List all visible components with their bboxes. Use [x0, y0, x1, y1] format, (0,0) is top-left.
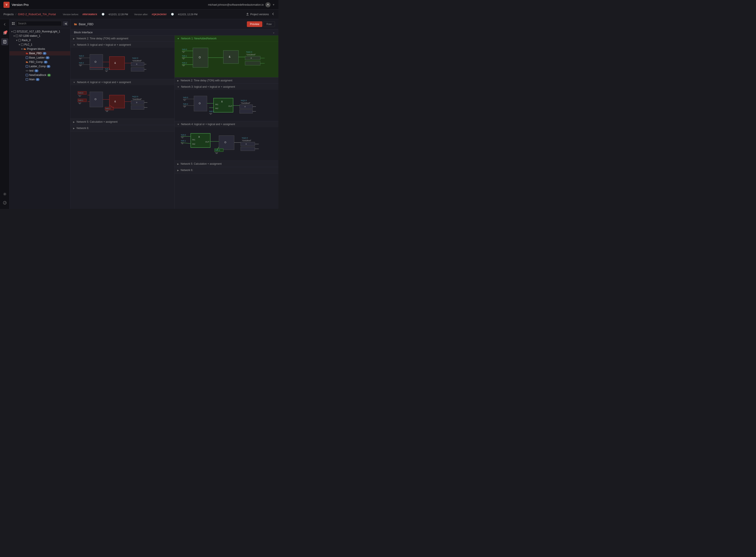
tree-item-base-fbd[interactable]: Base_FBD M: [9, 51, 70, 56]
tree-grid-icon: [12, 22, 15, 25]
folder-icon: [24, 48, 26, 50]
fbd-diagram-net4-right: %I0.0 "I1" %I0.1 "I2" X IN1 IN2 OUT: [177, 129, 276, 158]
tree-item-new-data-block[interactable]: NewDataBlock A: [9, 73, 70, 77]
svg-rect-15: [26, 57, 28, 59]
version-before-hash: #RNYAMNVX: [83, 13, 97, 16]
network-4-left-body: %I0.0 "I1" %I0.1 "I2" O &: [70, 85, 175, 119]
file-tree: ▼ S71211C_V17_LED_RunningLight_1 ▼ S7-12…: [9, 28, 70, 83]
svg-text:O: O: [199, 56, 201, 59]
title-net4-right: Network 4: logical or + logical and + as…: [181, 123, 235, 126]
network-4-left-header[interactable]: ▼ Network 4: logical or + logical and + …: [70, 79, 175, 85]
tree-item-test[interactable]: <> test M: [9, 68, 70, 73]
svg-text:%Q2.0: %Q2.0: [246, 51, 252, 53]
content-header: Base_FBD Preview Raw: [70, 19, 278, 29]
caret-net2-right: ▶: [177, 80, 179, 82]
tree-item-rack[interactable]: ▼ Rack_0: [9, 38, 70, 42]
tree-item-ladder-comp[interactable]: Ladder_Comp M: [9, 64, 70, 68]
tree-item-fbd-comp[interactable]: FBD_Comp M: [9, 60, 70, 64]
caret-net3-left: ▼: [73, 44, 75, 46]
content-area: Base_FBD Preview Raw Block Interface ⌄ ▶…: [70, 19, 278, 209]
block-interface-chevron[interactable]: ⌄: [273, 31, 275, 34]
svg-rect-17: [26, 74, 28, 76]
svg-text:=: =: [136, 63, 138, 65]
tree-item-plc[interactable]: ▼ PLC_1: [9, 42, 70, 47]
collapse-panel-button[interactable]: ◀: [63, 21, 68, 26]
project-versions-button[interactable]: Project versions: [246, 13, 269, 16]
tree-label-fbd-comp: FBD_Comp: [29, 60, 43, 63]
raw-button[interactable]: Raw: [263, 21, 275, 27]
fbd-diagram-net1-right: %I0.0 "I1" %I0.1 "I2" %I0.2 "I3" O &: [177, 44, 276, 75]
svg-text:"I1": "I1": [78, 95, 81, 97]
title-net3-right: Network 3: logical and + logical or + as…: [181, 85, 235, 88]
svg-rect-86: [245, 61, 260, 65]
network-5-left-header[interactable]: ▶ Network 5: Calculation + assigment: [70, 119, 175, 125]
back-button[interactable]: [271, 12, 275, 17]
network-5-right-header[interactable]: ▶ Network 5: Calculation + assigment: [175, 161, 279, 167]
svg-text:%I0.1: %I0.1: [105, 68, 110, 70]
tree-item-station[interactable]: ▼ S7-1200 station_1: [9, 34, 70, 38]
preview-button[interactable]: Preview: [247, 21, 262, 27]
nav-settings-icon[interactable]: [1, 190, 8, 198]
nav-circle-icon[interactable]: [1, 199, 8, 206]
network-2-left-header[interactable]: ▶ Network 2: Time delay (TON) with assig…: [70, 35, 175, 41]
file-tree-header: ◀: [9, 19, 70, 28]
svg-rect-8: [13, 22, 14, 23]
svg-text:%Q2.0: %Q2.0: [241, 99, 247, 101]
network-3-right-header[interactable]: ▼ Network 3: logical and + logical or + …: [175, 84, 279, 90]
tree-item-base-ladder[interactable]: Base_Ladder M: [9, 56, 70, 60]
svg-text:OUT: OUT: [228, 105, 233, 107]
svg-rect-11: [14, 30, 16, 33]
tree-item-program-blocks[interactable]: ▼ Program blocks: [9, 47, 70, 51]
nav-file-icon[interactable]: [1, 38, 8, 45]
tree-item-main[interactable]: Main M: [9, 77, 70, 82]
title-net6-left: Network 6:: [77, 127, 89, 130]
badge-test: M: [34, 69, 38, 72]
title-net1-right: Network 1: NewAddedNetwork: [181, 37, 216, 40]
network-3-left-header[interactable]: ▼ Network 3: logical and + logical or + …: [70, 42, 175, 48]
network-3-left-body: %I0.0 "I1" %I0.2 "I3" O &: [70, 48, 175, 79]
svg-text:%I0.0: %I0.0: [79, 55, 84, 57]
svg-text:%I0.0: %I0.0: [182, 48, 187, 51]
tree-item-root[interactable]: ▼ S71211C_V17_LED_RunningLight_1: [9, 29, 70, 34]
svg-rect-12: [16, 35, 18, 37]
svg-text:"I2": "I2": [105, 70, 108, 72]
rack-icon: [18, 39, 21, 41]
svg-text:%I0.2: %I0.2: [182, 62, 187, 64]
svg-rect-13: [19, 39, 21, 41]
user-avatar[interactable]: [265, 2, 271, 7]
network-6-right-header[interactable]: ▶ Network 6:: [175, 167, 279, 173]
svg-text:"Out1Bool": "Out1Bool": [246, 54, 255, 56]
nav-back-icon[interactable]: [1, 21, 8, 28]
tree-label-program-blocks: Program blocks: [27, 48, 45, 51]
tree-label-main: Main: [29, 78, 35, 81]
search-input[interactable]: [16, 21, 62, 26]
svg-rect-9: [12, 24, 13, 25]
svg-text:%I0.0: %I0.0: [78, 92, 83, 94]
svg-rect-35: [131, 67, 144, 71]
file-icon: [13, 30, 16, 33]
tree-label-test: test: [29, 69, 33, 72]
svg-text:&: &: [114, 100, 116, 103]
svg-text:%I0.1: %I0.1: [181, 140, 186, 142]
svg-text:%I0.0: %I0.0: [181, 134, 186, 136]
network-2-right-header[interactable]: ▶ Network 2: Time delay (TON) with assig…: [175, 78, 279, 84]
caret-net4-left: ▼: [73, 81, 75, 84]
svg-rect-63: [131, 106, 144, 110]
svg-text:X: X: [221, 100, 223, 103]
network-6-left-header[interactable]: ▶ Network 6:: [70, 125, 175, 131]
breadcrumb-projects[interactable]: Projects: [3, 12, 14, 16]
nav-layers-icon[interactable]: 1: [1, 30, 8, 36]
network-1-right-header[interactable]: ▼ Network 1: NewAddedNetwork: [175, 35, 279, 42]
network-2-left: ▶ Network 2: Time delay (TON) with assig…: [70, 35, 175, 42]
caret-rack: ▼: [16, 39, 18, 41]
caret-net5-right: ▶: [177, 163, 179, 165]
notification-badge: 1: [4, 31, 7, 34]
svg-text:%I0.1: %I0.1: [209, 110, 214, 113]
breadcrumb-project-name[interactable]: GW2-2_RobotCell_TIA_Portal: [18, 12, 56, 16]
network-4-right-header[interactable]: ▼ Network 4: logical or + logical and + …: [175, 121, 279, 127]
icon-sidebar: 1: [0, 19, 9, 209]
caret-plc: ▼: [18, 43, 21, 46]
networks-content: ▶ Network 2: Time delay (TON) with assig…: [70, 35, 278, 209]
left-column: ▶ Network 2: Time delay (TON) with assig…: [70, 35, 175, 209]
svg-point-5: [4, 194, 5, 195]
